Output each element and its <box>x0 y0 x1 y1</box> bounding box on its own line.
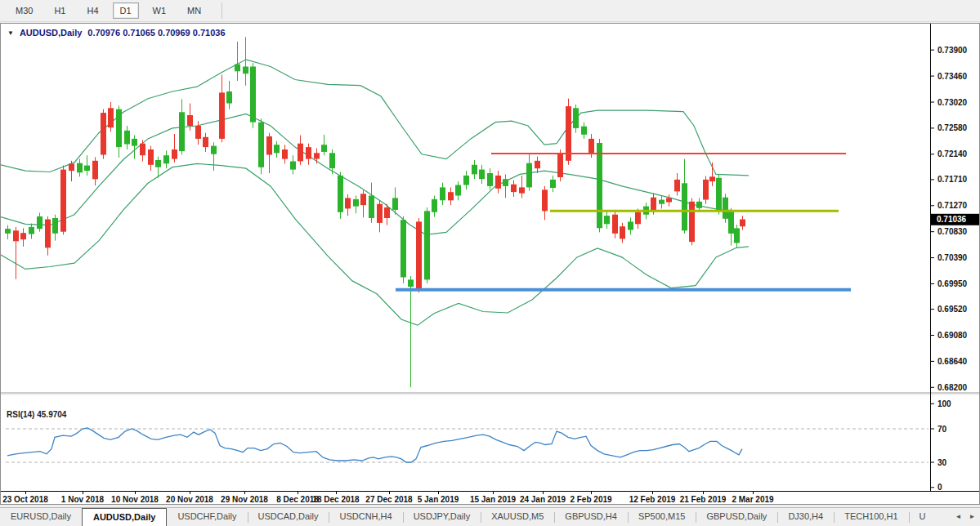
candle-body <box>472 165 477 175</box>
date-axis-label: 12 Feb 2019 <box>629 495 676 504</box>
candle-body <box>723 198 728 219</box>
candle-body <box>384 207 390 218</box>
price-axis-label: 0.72140 <box>937 149 968 158</box>
chart-tab-usdcad-daily[interactable]: USDCAD,Daily <box>248 508 329 526</box>
chart-tab-tech100-h1[interactable]: TECH100,H1 <box>834 508 908 526</box>
timeframe-button-mn[interactable]: MN <box>180 2 208 19</box>
date-axis-label: 15 Jan 2019 <box>470 495 517 504</box>
candle-body <box>716 178 722 211</box>
candle-body <box>416 221 422 289</box>
date-axis-label: 5 Jan 2019 <box>418 495 459 504</box>
candle-body <box>84 166 90 172</box>
rsi-axis-label: 70 <box>937 425 947 434</box>
date-axis-label: 23 Oct 2018 <box>2 495 48 504</box>
chart-title: ▼ AUDUSD,Daily 0.70976 0.71065 0.70969 0… <box>7 28 226 38</box>
chart-tab-usdcnh-h4[interactable]: USDCNH,H4 <box>329 508 402 526</box>
chart-tab-xauusd-m5[interactable]: XAUUSD,M5 <box>481 508 554 526</box>
price-axis-label: 0.73460 <box>937 72 968 81</box>
chart-tab-usdchf-daily[interactable]: USDCHF,Daily <box>167 508 247 526</box>
price-axis-label: 0.73020 <box>937 98 968 107</box>
chart-dropdown-icon[interactable]: ▼ <box>7 29 14 37</box>
chart-tab-u[interactable]: U <box>909 508 937 526</box>
chart-tab-usdjpy-daily[interactable]: USDJPY,Daily <box>403 508 481 526</box>
candle-body <box>148 149 154 165</box>
chart-symbol-label: AUDUSD,Daily <box>20 28 82 38</box>
candle-body <box>573 108 579 128</box>
candle-body <box>243 67 248 74</box>
candle-body <box>45 220 51 248</box>
price-axis-label: 0.72580 <box>937 123 968 132</box>
toolbar-divider <box>222 2 222 19</box>
date-axis-label: 1 Nov 2018 <box>61 495 105 504</box>
candle-body <box>709 176 715 181</box>
candle-body <box>455 185 461 196</box>
candle-body <box>740 220 745 227</box>
candle-body <box>69 163 74 171</box>
candle-body <box>659 200 665 204</box>
candle-body <box>734 228 740 243</box>
timeframe-button-w1[interactable]: W1 <box>145 2 174 19</box>
candle-body <box>369 196 374 219</box>
chart-tab-gbpusd-h4[interactable]: GBPUSD,H4 <box>554 508 628 526</box>
chart-ohlc-values: 0.70976 0.71065 0.70969 0.71036 <box>87 28 225 38</box>
candle-body <box>463 176 469 185</box>
price-axis-label: 0.69950 <box>937 279 968 288</box>
candle-body <box>487 173 493 186</box>
candle-body <box>448 192 454 200</box>
candle-body <box>597 143 602 228</box>
candle-body <box>37 216 43 229</box>
date-axis-label: 2 Feb 2019 <box>570 495 612 504</box>
chart-tab-dj30-h4[interactable]: DJ30,H4 <box>777 508 834 526</box>
candle-body <box>266 136 272 155</box>
timeframe-button-d1[interactable]: D1 <box>113 2 139 19</box>
candle-body <box>163 155 169 163</box>
candle-body <box>377 204 383 223</box>
candle-body <box>274 145 280 153</box>
date-axis-label: 10 Nov 2018 <box>111 495 159 504</box>
price-axis-label: 0.70390 <box>937 253 968 262</box>
candle-body <box>728 212 734 234</box>
candle-body <box>338 176 343 212</box>
chart-tab-eurusd-daily[interactable]: EURUSD,Daily <box>0 508 82 526</box>
candle-body <box>612 215 618 234</box>
candle-body <box>542 189 548 211</box>
candle-body <box>101 113 106 154</box>
candle-body <box>258 123 264 167</box>
price-axis-label: 0.68640 <box>937 357 968 366</box>
timeframe-button-h4[interactable]: H4 <box>79 2 105 19</box>
candle-body <box>219 92 225 138</box>
candle-body <box>77 163 83 173</box>
candle-body <box>290 162 296 170</box>
candle-body <box>203 137 208 147</box>
candle-body <box>195 126 201 139</box>
chart-window[interactable]: 0.739000.734600.730200.725800.721400.717… <box>0 23 980 505</box>
candle-body <box>345 198 351 208</box>
tab-scroll-arrows: ◄ ► <box>952 510 978 524</box>
date-axis-label: 18 Dec 2018 <box>312 495 360 504</box>
chart-tab-sp500-m15[interactable]: SP500,M15 <box>628 508 696 526</box>
candle-body <box>526 163 532 188</box>
tab-scroll-right-icon[interactable]: ► <box>966 510 978 524</box>
price-axis-label: 0.70830 <box>937 227 968 236</box>
tab-scroll-left-icon[interactable]: ◄ <box>952 510 964 524</box>
timeframe-button-h1[interactable]: H1 <box>47 2 73 19</box>
candle-body <box>172 149 177 159</box>
candle-body <box>306 147 311 159</box>
price-axis-label: 0.71710 <box>937 175 968 184</box>
price-chart-canvas[interactable]: 0.739000.734600.730200.725800.721400.717… <box>1 24 979 504</box>
chart-tab-gbpusd-daily[interactable]: GBPUSD,Daily <box>696 508 777 526</box>
candle-body <box>282 149 288 159</box>
candle-body <box>132 139 137 146</box>
chart-tab-audusd-daily[interactable]: AUDUSD,Daily <box>82 508 167 526</box>
candle-body <box>250 67 256 123</box>
candle-body <box>92 161 98 180</box>
candle-body <box>124 131 130 145</box>
timeframe-button-m30[interactable]: M30 <box>8 2 40 19</box>
candle-body <box>550 180 556 188</box>
candle-body <box>588 139 594 153</box>
candle-body <box>666 198 672 202</box>
price-axis-label: 0.69520 <box>937 305 968 314</box>
date-axis-label: 27 Dec 2018 <box>365 495 413 504</box>
candle-body <box>503 179 508 186</box>
candle-body <box>682 183 687 230</box>
